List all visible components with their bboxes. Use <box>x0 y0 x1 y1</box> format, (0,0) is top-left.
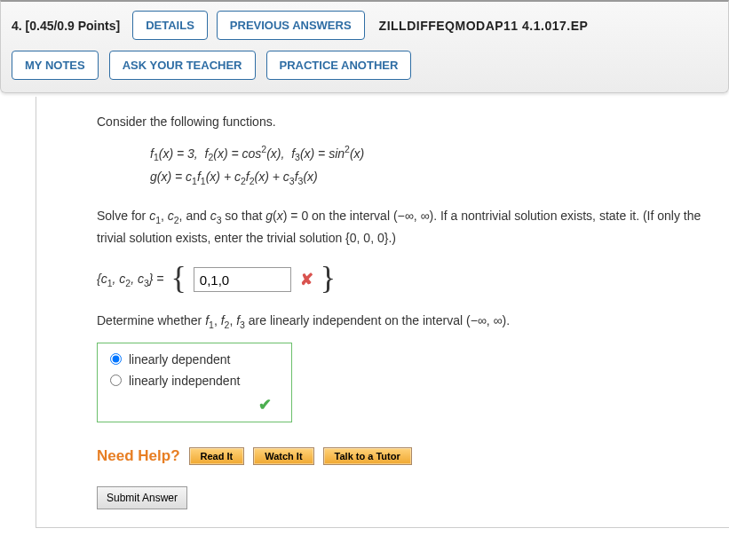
read-it-button[interactable]: Read It <box>189 447 245 465</box>
need-help-row: Need Help? Read It Watch It Talk to a Tu… <box>97 447 713 465</box>
tuple-label: {c1, c2, c3} = <box>97 272 164 288</box>
header-row-2: MY NOTES ASK YOUR TEACHER PRACTICE ANOTH… <box>12 51 717 80</box>
right-brace-icon: } <box>321 262 336 294</box>
solve-instructions: Solve for c1, c2, and c3 so that g(x) = … <box>97 206 713 248</box>
math-functions: f1(x) = 3, f2(x) = cos2(x), f3(x) = sin2… <box>150 141 713 190</box>
radio-independent-label: linearly independent <box>129 374 240 388</box>
math-line-1: f1(x) = 3, f2(x) = cos2(x), f3(x) = sin2… <box>150 141 713 166</box>
header-row-1: 4. [0.45/0.9 Points] DETAILS PREVIOUS AN… <box>12 11 717 40</box>
math-line-2: g(x) = c1f1(x) + c2f2(x) + c3f3(x) <box>150 166 713 190</box>
points-label: 4. [0.45/0.9 Points] <box>12 19 120 33</box>
correct-icon: ✔ <box>110 395 279 414</box>
submit-answer-button[interactable]: Submit Answer <box>97 486 187 509</box>
talk-tutor-button[interactable]: Talk to a Tutor <box>323 447 412 465</box>
previous-answers-button[interactable]: PREVIOUS ANSWERS <box>217 11 365 40</box>
question-header: 4. [0.45/0.9 Points] DETAILS PREVIOUS AN… <box>0 0 729 93</box>
radio-group: linearly dependent linearly independent … <box>97 343 292 422</box>
intro-text: Consider the following functions. <box>97 114 713 129</box>
radio-dependent[interactable]: linearly dependent <box>110 352 279 367</box>
need-help-label: Need Help? <box>97 447 180 465</box>
question-body: Consider the following functions. f1(x) … <box>36 97 729 528</box>
my-notes-button[interactable]: MY NOTES <box>12 51 99 80</box>
details-button[interactable]: DETAILS <box>132 11 208 40</box>
watch-it-button[interactable]: Watch It <box>253 447 313 465</box>
practice-another-button[interactable]: PRACTICE ANOTHER <box>266 51 412 80</box>
answer-input[interactable] <box>194 267 291 292</box>
radio-dependent-input[interactable] <box>110 353 122 365</box>
source-label: ZILLDIFFEQMODAP11 4.1.017.EP <box>379 19 589 33</box>
radio-dependent-label: linearly dependent <box>129 352 230 367</box>
left-brace-icon: { <box>171 262 186 294</box>
radio-independent-input[interactable] <box>110 375 122 386</box>
determine-text: Determine whether f1, f2, f3 are linearl… <box>97 313 713 330</box>
answer-tuple-row: {c1, c2, c3} = { ✘ } <box>97 264 713 296</box>
ask-teacher-button[interactable]: ASK YOUR TEACHER <box>109 51 256 80</box>
radio-independent[interactable]: linearly independent <box>110 374 279 388</box>
wrong-icon: ✘ <box>300 270 313 289</box>
